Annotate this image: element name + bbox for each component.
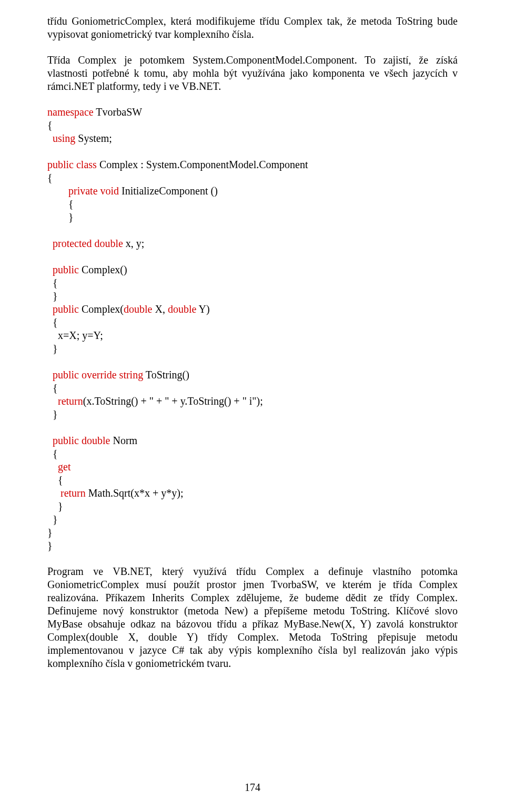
code-text: { (47, 277, 58, 289)
code-block-csharp: namespace TvorbaSW { using System; publi… (47, 106, 458, 552)
code-text: { (47, 172, 53, 183)
code-text: { (47, 119, 53, 131)
code-text: TvorbaSW (94, 106, 142, 118)
code-text: Complex : System.ComponentModel.Componen… (97, 159, 308, 170)
code-text: } (47, 500, 63, 512)
code-text: Norm (110, 435, 137, 446)
kw-protected-double: protected double (47, 238, 123, 249)
kw-namespace: namespace (47, 106, 94, 118)
code-text: } (47, 290, 58, 302)
code-text: } (47, 540, 53, 551)
page-number: 174 (47, 782, 458, 794)
code-text: } (47, 343, 58, 354)
code-text: InitializeComponent () (119, 185, 218, 197)
kw-public: public (47, 303, 79, 315)
kw-return: return (47, 395, 83, 407)
code-text: } (47, 408, 58, 420)
code-text: { (47, 474, 63, 486)
kw-private-void: private void (47, 185, 119, 197)
code-text: } (47, 527, 53, 538)
kw-public-class: public class (47, 159, 97, 170)
kw-return: return (47, 487, 86, 499)
paragraph-3: Program ve VB.NET, který využívá třídu C… (47, 565, 458, 670)
code-text: { (47, 382, 58, 394)
code-text: X, (152, 303, 167, 315)
kw-get: get (47, 461, 70, 472)
code-text: { (47, 448, 58, 459)
code-text: (x.ToString() + " + " + y.ToString() + "… (83, 395, 263, 407)
code-text: Complex( (79, 303, 124, 315)
kw-double: double (124, 303, 152, 315)
paragraph-1: třídu GoniometricComplex, která modifiku… (47, 15, 458, 41)
code-text: System; (75, 132, 112, 144)
code-text: Math.Sqrt(x*x + y*y); (86, 487, 184, 499)
paragraph-2: Třída Complex je potomkem System.Compone… (47, 54, 458, 93)
code-text: { (47, 316, 58, 328)
code-text: } (47, 211, 74, 223)
code-text: } (47, 513, 58, 525)
page-container: třídu GoniometricComplex, která modifiku… (0, 0, 505, 812)
code-text: { (47, 198, 74, 210)
kw-public-double: public double (47, 435, 110, 446)
code-text: Y) (196, 303, 209, 315)
kw-using: using (47, 132, 75, 144)
code-text: x=X; y=Y; (47, 330, 103, 341)
code-text: ToString() (143, 369, 189, 381)
kw-public-override-string: public override string (47, 369, 143, 381)
kw-double: double (168, 303, 196, 315)
kw-public: public (47, 264, 79, 275)
code-text: x, y; (123, 238, 145, 249)
code-text: Complex() (79, 264, 127, 275)
